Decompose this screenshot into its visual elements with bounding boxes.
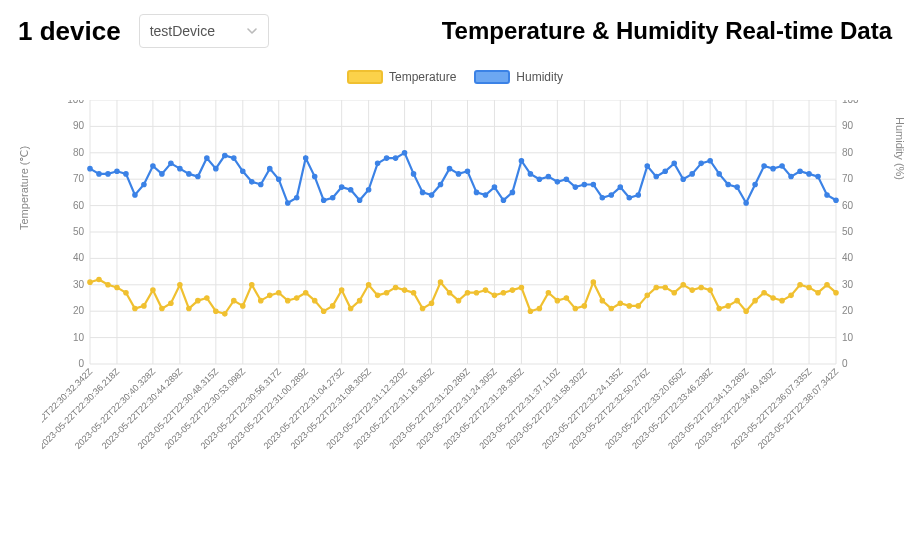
svg-point-97 <box>214 309 218 313</box>
svg-point-249 <box>825 193 829 197</box>
svg-point-132 <box>528 309 532 313</box>
svg-point-125 <box>465 291 469 295</box>
svg-point-172 <box>133 193 137 197</box>
svg-point-228 <box>636 193 640 197</box>
svg-point-239 <box>735 185 739 189</box>
chart-legend: Temperature Humidity <box>0 70 910 84</box>
legend-swatch-humidity <box>474 70 510 84</box>
svg-point-133 <box>537 306 541 310</box>
svg-point-182 <box>223 153 227 157</box>
svg-point-234 <box>690 172 694 176</box>
legend-label-temperature: Temperature <box>389 70 456 84</box>
svg-point-188 <box>277 177 281 181</box>
svg-point-227 <box>627 195 631 199</box>
svg-point-140 <box>600 298 604 302</box>
svg-text:60: 60 <box>73 200 85 211</box>
svg-text:90: 90 <box>73 120 85 131</box>
svg-point-207 <box>447 166 451 170</box>
legend-item-humidity[interactable]: Humidity <box>474 70 563 84</box>
svg-point-121 <box>429 301 433 305</box>
svg-point-230 <box>654 174 658 178</box>
y-axis-label-right: Humidity (%) <box>894 117 906 180</box>
svg-point-143 <box>627 304 631 308</box>
svg-point-116 <box>384 291 388 295</box>
svg-point-152 <box>708 288 712 292</box>
svg-point-146 <box>654 285 658 289</box>
svg-point-232 <box>672 161 676 165</box>
svg-point-160 <box>780 298 784 302</box>
svg-point-106 <box>295 296 299 300</box>
svg-point-202 <box>402 151 406 155</box>
svg-point-226 <box>618 185 622 189</box>
chart-area: 0010102020303040405050606070708080909010… <box>42 100 880 524</box>
svg-point-89 <box>142 304 146 308</box>
svg-point-163 <box>807 285 811 289</box>
svg-point-99 <box>232 298 236 302</box>
svg-point-161 <box>789 293 793 297</box>
svg-point-248 <box>816 174 820 178</box>
svg-point-196 <box>348 188 352 192</box>
svg-point-174 <box>151 164 155 168</box>
svg-point-241 <box>753 182 757 186</box>
svg-point-201 <box>393 156 397 160</box>
svg-text:30: 30 <box>73 279 85 290</box>
svg-point-165 <box>825 283 829 287</box>
legend-item-temperature[interactable]: Temperature <box>347 70 456 84</box>
svg-point-118 <box>402 288 406 292</box>
svg-point-181 <box>214 166 218 170</box>
svg-point-212 <box>492 185 496 189</box>
svg-point-153 <box>717 306 721 310</box>
svg-point-190 <box>295 195 299 199</box>
svg-point-91 <box>160 306 164 310</box>
svg-point-187 <box>268 166 272 170</box>
svg-text:90: 90 <box>842 120 854 131</box>
svg-point-225 <box>609 193 613 197</box>
svg-point-209 <box>465 169 469 173</box>
svg-point-200 <box>384 156 388 160</box>
svg-text:80: 80 <box>73 147 85 158</box>
svg-point-84 <box>97 277 101 281</box>
device-select[interactable]: testDevice <box>139 14 269 48</box>
svg-point-218 <box>546 174 550 178</box>
svg-point-128 <box>492 293 496 297</box>
svg-point-173 <box>142 182 146 186</box>
svg-point-245 <box>789 174 793 178</box>
svg-point-104 <box>277 291 281 295</box>
svg-point-177 <box>178 166 182 170</box>
svg-point-93 <box>178 283 182 287</box>
svg-point-111 <box>339 288 343 292</box>
svg-point-108 <box>312 298 316 302</box>
svg-point-217 <box>537 177 541 181</box>
svg-point-246 <box>798 169 802 173</box>
svg-text:20: 20 <box>842 305 854 316</box>
svg-text:0: 0 <box>842 358 848 369</box>
svg-text:70: 70 <box>842 173 854 184</box>
svg-point-151 <box>699 285 703 289</box>
svg-point-126 <box>474 291 478 295</box>
svg-point-240 <box>744 201 748 205</box>
svg-point-180 <box>205 156 209 160</box>
svg-point-130 <box>510 288 514 292</box>
svg-point-139 <box>591 280 595 284</box>
svg-point-86 <box>115 285 119 289</box>
svg-point-220 <box>564 177 568 181</box>
svg-point-135 <box>555 298 559 302</box>
svg-point-98 <box>223 312 227 316</box>
svg-point-110 <box>330 304 334 308</box>
svg-point-90 <box>151 288 155 292</box>
svg-point-107 <box>304 291 308 295</box>
svg-point-123 <box>447 291 451 295</box>
svg-text:80: 80 <box>842 147 854 158</box>
svg-point-178 <box>187 172 191 176</box>
svg-point-95 <box>196 298 200 302</box>
svg-point-222 <box>582 182 586 186</box>
page-title: Temperature & Humidity Real-time Data <box>442 17 892 45</box>
svg-text:10: 10 <box>842 332 854 343</box>
svg-point-189 <box>286 201 290 205</box>
svg-point-148 <box>672 291 676 295</box>
svg-point-176 <box>169 161 173 165</box>
svg-point-102 <box>259 298 263 302</box>
svg-point-203 <box>411 172 415 176</box>
svg-point-229 <box>645 164 649 168</box>
svg-point-237 <box>717 172 721 176</box>
